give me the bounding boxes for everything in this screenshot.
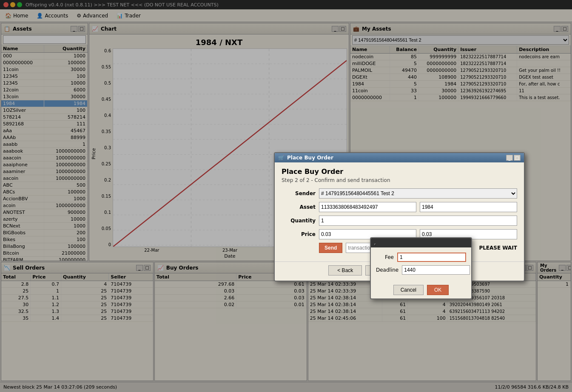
fee-win-controls[interactable] bbox=[374, 240, 376, 246]
fee-input[interactable] bbox=[397, 253, 466, 262]
quantity-input[interactable] bbox=[319, 216, 517, 226]
fee-body: Fee Deadline bbox=[371, 247, 471, 283]
dialog-maximize[interactable]: □ bbox=[514, 155, 521, 161]
back-button[interactable]: < Back bbox=[328, 265, 362, 276]
fee-close-btn[interactable] bbox=[374, 244, 376, 245]
sender-label: Sender bbox=[282, 190, 316, 196]
fee-cancel-button[interactable]: Cancel bbox=[393, 285, 424, 295]
price-label: Price bbox=[282, 231, 316, 237]
dialog-minimize[interactable]: _ bbox=[506, 155, 513, 161]
deadline-row: Deadline bbox=[376, 265, 466, 275]
asset-id-input[interactable] bbox=[319, 202, 416, 212]
dialog-subheading: Step 2 of 2 - Confirm and send transacti… bbox=[282, 177, 517, 183]
buy-order-title-bar: 🛒 Place Buy Order _ □ bbox=[275, 153, 524, 162]
deadline-label: Deadline bbox=[376, 267, 398, 273]
send-button[interactable]: Send bbox=[319, 243, 342, 253]
fee-label: Fee bbox=[376, 254, 394, 260]
dialog-icon: 🛒 bbox=[278, 155, 285, 161]
quantity-row: Quantity bbox=[282, 216, 517, 226]
deadline-input[interactable] bbox=[402, 265, 470, 275]
sender-row: Sender # 1479195156480445561 Test 2 bbox=[282, 188, 517, 199]
asset-row: Asset bbox=[282, 202, 517, 212]
fee-dialog: Fee Deadline Cancel OK bbox=[370, 237, 472, 299]
asset-label: Asset bbox=[282, 204, 316, 210]
quantity-label: Quantity bbox=[282, 218, 316, 224]
fee-dialog-title-bar bbox=[371, 238, 471, 247]
please-wait: PLEASE WAIT bbox=[479, 245, 517, 251]
fee-ok-button[interactable]: OK bbox=[427, 285, 449, 295]
fee-footer: Cancel OK bbox=[371, 283, 471, 298]
dialog-win-controls[interactable]: _ □ bbox=[506, 155, 521, 161]
asset-name-input[interactable] bbox=[420, 202, 517, 212]
sender-select[interactable]: # 1479195156480445561 Test 2 bbox=[319, 188, 517, 199]
dialog-heading: Place Buy Order bbox=[282, 168, 517, 176]
fee-row: Fee bbox=[376, 253, 466, 262]
dialog-title: Place Buy Order bbox=[287, 155, 333, 161]
